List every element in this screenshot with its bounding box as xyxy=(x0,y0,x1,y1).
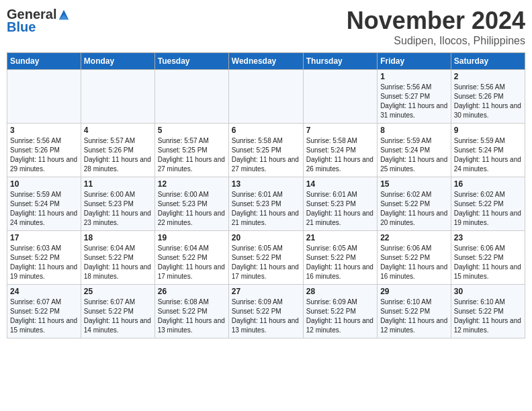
day-info: Sunrise: 6:00 AM Sunset: 5:23 PM Dayligh… xyxy=(158,190,226,228)
day-number: 26 xyxy=(158,287,226,296)
logo-blue-text: Blue xyxy=(7,19,36,35)
day-number: 4 xyxy=(84,126,152,135)
calendar-cell: 15Sunrise: 6:02 AM Sunset: 5:22 PM Dayli… xyxy=(378,177,451,231)
calendar-cell: 16Sunrise: 6:02 AM Sunset: 5:22 PM Dayli… xyxy=(451,177,525,231)
calendar-cell: 27Sunrise: 6:09 AM Sunset: 5:22 PM Dayli… xyxy=(228,285,303,338)
weekday-header: Tuesday xyxy=(154,53,228,70)
day-number: 24 xyxy=(10,287,78,296)
calendar-week-row: 1Sunrise: 5:56 AM Sunset: 5:27 PM Daylig… xyxy=(7,70,525,124)
calendar-cell: 25Sunrise: 6:07 AM Sunset: 5:22 PM Dayli… xyxy=(81,285,154,338)
title-block: November 2024 Sudipen, Ilocos, Philippin… xyxy=(347,7,525,47)
day-number: 5 xyxy=(158,126,226,135)
day-number: 16 xyxy=(454,179,522,189)
day-number: 9 xyxy=(454,126,522,135)
day-number: 8 xyxy=(380,126,448,135)
day-number: 29 xyxy=(380,287,448,296)
calendar-body: 1Sunrise: 5:56 AM Sunset: 5:27 PM Daylig… xyxy=(7,70,525,338)
day-number: 22 xyxy=(380,233,448,242)
calendar-cell: 12Sunrise: 6:00 AM Sunset: 5:23 PM Dayli… xyxy=(154,177,228,231)
calendar-cell: 14Sunrise: 6:01 AM Sunset: 5:23 PM Dayli… xyxy=(303,177,377,231)
calendar-header: SundayMondayTuesdayWednesdayThursdayFrid… xyxy=(7,53,525,70)
day-number: 3 xyxy=(10,126,78,135)
month-title: November 2024 xyxy=(347,7,525,35)
day-info: Sunrise: 6:04 AM Sunset: 5:22 PM Dayligh… xyxy=(158,244,226,281)
day-number: 21 xyxy=(306,233,374,242)
day-info: Sunrise: 5:56 AM Sunset: 5:26 PM Dayligh… xyxy=(454,83,522,120)
day-number: 23 xyxy=(454,233,522,242)
calendar-cell: 13Sunrise: 6:01 AM Sunset: 5:23 PM Dayli… xyxy=(228,177,303,231)
day-info: Sunrise: 6:07 AM Sunset: 5:22 PM Dayligh… xyxy=(10,298,78,335)
calendar-cell: 29Sunrise: 6:10 AM Sunset: 5:22 PM Dayli… xyxy=(378,285,451,338)
logo-icon xyxy=(58,9,70,21)
day-info: Sunrise: 5:56 AM Sunset: 5:27 PM Dayligh… xyxy=(380,83,448,120)
calendar-week-row: 17Sunrise: 6:03 AM Sunset: 5:22 PM Dayli… xyxy=(7,231,525,285)
day-info: Sunrise: 6:02 AM Sunset: 5:22 PM Dayligh… xyxy=(380,190,448,228)
day-number: 12 xyxy=(158,179,226,189)
day-info: Sunrise: 6:09 AM Sunset: 5:22 PM Dayligh… xyxy=(306,298,374,335)
weekday-header: Wednesday xyxy=(228,53,303,70)
day-number: 13 xyxy=(232,179,300,189)
calendar-cell: 24Sunrise: 6:07 AM Sunset: 5:22 PM Dayli… xyxy=(7,285,81,338)
day-number: 6 xyxy=(232,126,300,135)
day-info: Sunrise: 6:07 AM Sunset: 5:22 PM Dayligh… xyxy=(84,298,152,335)
day-info: Sunrise: 6:05 AM Sunset: 5:22 PM Dayligh… xyxy=(306,244,374,281)
day-number: 11 xyxy=(84,179,152,189)
calendar-cell: 21Sunrise: 6:05 AM Sunset: 5:22 PM Dayli… xyxy=(303,231,377,285)
day-info: Sunrise: 5:57 AM Sunset: 5:25 PM Dayligh… xyxy=(158,136,226,174)
calendar-week-row: 10Sunrise: 5:59 AM Sunset: 5:24 PM Dayli… xyxy=(7,177,525,231)
day-info: Sunrise: 5:58 AM Sunset: 5:25 PM Dayligh… xyxy=(232,136,300,174)
calendar-cell: 3Sunrise: 5:56 AM Sunset: 5:26 PM Daylig… xyxy=(7,124,81,177)
day-number: 14 xyxy=(306,179,374,189)
day-info: Sunrise: 6:10 AM Sunset: 5:22 PM Dayligh… xyxy=(454,298,522,335)
calendar-cell: 18Sunrise: 6:04 AM Sunset: 5:22 PM Dayli… xyxy=(81,231,154,285)
calendar-cell: 10Sunrise: 5:59 AM Sunset: 5:24 PM Dayli… xyxy=(7,177,81,231)
calendar-cell: 1Sunrise: 5:56 AM Sunset: 5:27 PM Daylig… xyxy=(378,70,451,124)
day-info: Sunrise: 6:04 AM Sunset: 5:22 PM Dayligh… xyxy=(84,244,152,281)
calendar-cell: 7Sunrise: 5:58 AM Sunset: 5:24 PM Daylig… xyxy=(303,124,377,177)
location-title: Sudipen, Ilocos, Philippines xyxy=(347,35,525,47)
calendar-week-row: 3Sunrise: 5:56 AM Sunset: 5:26 PM Daylig… xyxy=(7,124,525,177)
calendar-cell: 20Sunrise: 6:05 AM Sunset: 5:22 PM Dayli… xyxy=(228,231,303,285)
day-number: 20 xyxy=(232,233,300,242)
day-number: 19 xyxy=(158,233,226,242)
day-info: Sunrise: 5:59 AM Sunset: 5:24 PM Dayligh… xyxy=(454,136,522,174)
day-number: 30 xyxy=(454,287,522,296)
calendar-cell: 26Sunrise: 6:08 AM Sunset: 5:22 PM Dayli… xyxy=(154,285,228,338)
day-number: 28 xyxy=(306,287,374,296)
calendar-cell: 28Sunrise: 6:09 AM Sunset: 5:22 PM Dayli… xyxy=(303,285,377,338)
day-info: Sunrise: 6:09 AM Sunset: 5:22 PM Dayligh… xyxy=(232,298,300,335)
weekday-header: Monday xyxy=(81,53,154,70)
calendar-cell: 9Sunrise: 5:59 AM Sunset: 5:24 PM Daylig… xyxy=(451,124,525,177)
day-info: Sunrise: 6:02 AM Sunset: 5:22 PM Dayligh… xyxy=(454,190,522,228)
header: General Blue November 2024 Sudipen, Iloc… xyxy=(7,7,525,47)
weekday-header: Sunday xyxy=(7,53,81,70)
day-info: Sunrise: 5:59 AM Sunset: 5:24 PM Dayligh… xyxy=(380,136,448,174)
weekday-header: Thursday xyxy=(303,53,377,70)
calendar-cell: 17Sunrise: 6:03 AM Sunset: 5:22 PM Dayli… xyxy=(7,231,81,285)
calendar-cell: 22Sunrise: 6:06 AM Sunset: 5:22 PM Dayli… xyxy=(378,231,451,285)
day-number: 7 xyxy=(306,126,374,135)
day-number: 10 xyxy=(10,179,78,189)
day-info: Sunrise: 5:59 AM Sunset: 5:24 PM Dayligh… xyxy=(10,190,78,228)
calendar-cell: 4Sunrise: 5:57 AM Sunset: 5:26 PM Daylig… xyxy=(81,124,154,177)
day-info: Sunrise: 5:58 AM Sunset: 5:24 PM Dayligh… xyxy=(306,136,374,174)
calendar-week-row: 24Sunrise: 6:07 AM Sunset: 5:22 PM Dayli… xyxy=(7,285,525,338)
day-number: 27 xyxy=(232,287,300,296)
calendar-cell: 11Sunrise: 6:00 AM Sunset: 5:23 PM Dayli… xyxy=(81,177,154,231)
day-info: Sunrise: 5:56 AM Sunset: 5:26 PM Dayligh… xyxy=(10,136,78,174)
day-number: 15 xyxy=(380,179,448,189)
calendar-cell xyxy=(228,70,303,124)
calendar-cell xyxy=(303,70,377,124)
day-number: 25 xyxy=(84,287,152,296)
day-number: 18 xyxy=(84,233,152,242)
calendar-cell: 30Sunrise: 6:10 AM Sunset: 5:22 PM Dayli… xyxy=(451,285,525,338)
day-info: Sunrise: 6:06 AM Sunset: 5:22 PM Dayligh… xyxy=(380,244,448,281)
calendar-cell: 19Sunrise: 6:04 AM Sunset: 5:22 PM Dayli… xyxy=(154,231,228,285)
weekday-header: Saturday xyxy=(451,53,525,70)
weekday-header: Friday xyxy=(378,53,451,70)
day-info: Sunrise: 6:08 AM Sunset: 5:22 PM Dayligh… xyxy=(158,298,226,335)
calendar-cell: 2Sunrise: 5:56 AM Sunset: 5:26 PM Daylig… xyxy=(451,70,525,124)
day-info: Sunrise: 6:01 AM Sunset: 5:23 PM Dayligh… xyxy=(306,190,374,228)
calendar-table: SundayMondayTuesdayWednesdayThursdayFrid… xyxy=(7,52,525,338)
calendar-cell: 8Sunrise: 5:59 AM Sunset: 5:24 PM Daylig… xyxy=(378,124,451,177)
